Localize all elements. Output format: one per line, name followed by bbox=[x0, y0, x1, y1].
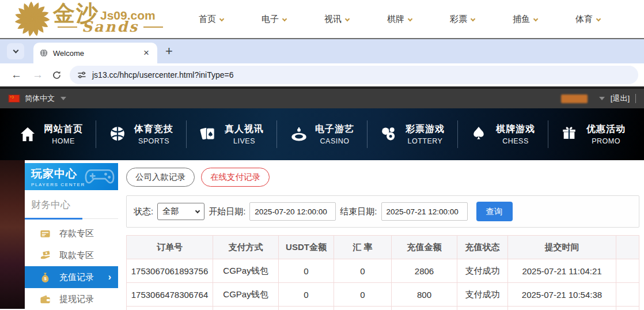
nav-label-en: CASINO bbox=[315, 137, 354, 145]
reload-icon bbox=[52, 70, 62, 80]
username-redacted[interactable] bbox=[561, 94, 588, 103]
col-empty bbox=[616, 236, 639, 259]
sidebar-item-label: 存款专区 bbox=[59, 228, 94, 239]
wallet-icon bbox=[40, 294, 51, 305]
top-site-nav: 首页 电子 视讯 棋牌 彩票 捕鱼 体育 bbox=[199, 14, 600, 25]
language-selector[interactable]: 简体中文 bbox=[25, 93, 55, 104]
cell-empty bbox=[616, 283, 639, 307]
site-nav-home[interactable]: 首页 bbox=[199, 14, 223, 25]
browser-reload-button[interactable] bbox=[52, 70, 62, 80]
tab-title: Welcome bbox=[53, 49, 141, 58]
status-select-value: 全部 bbox=[162, 206, 196, 217]
url-bar[interactable]: js13.cc/hhcp/usercenter.html?iniType=6 bbox=[70, 66, 638, 84]
sidebar-section-finance: 财务中心 bbox=[25, 190, 118, 219]
cell-recharge-amount: 800 bbox=[392, 283, 457, 307]
cell-order-number: 1753066478306764 bbox=[127, 283, 213, 307]
nav-item-lives[interactable]: 真人视讯LIVES bbox=[187, 123, 276, 145]
chevron-down-icon bbox=[282, 16, 287, 21]
spade-icon bbox=[471, 125, 489, 143]
site-nav-live[interactable]: 视讯 bbox=[324, 14, 349, 25]
tab-company-deposit-records[interactable]: 公司入款记录 bbox=[126, 168, 195, 187]
table-row: 1753067061893756 CGPay钱包 0 0 2806 支付成功 2… bbox=[127, 259, 639, 283]
nav-label-en: CHESS bbox=[496, 137, 535, 145]
recharge-records-table: 订单号 支付方式 USDT金额 汇 率 充值金额 充值状态 提交时间 17530… bbox=[126, 235, 639, 310]
logout-link[interactable]: [退出] bbox=[611, 93, 630, 104]
col-usdt-amount: USDT金额 bbox=[279, 236, 334, 259]
filter-bar: 状态: 全部 开始日期: 结束日期: 查询 bbox=[126, 195, 639, 228]
chevron-down-icon bbox=[596, 16, 601, 21]
status-label: 状态: bbox=[134, 206, 153, 217]
deposit-card-icon bbox=[40, 228, 51, 239]
sidebar-item-withdraw[interactable]: 取款专区 bbox=[25, 244, 118, 266]
status-select[interactable]: 全部 bbox=[157, 203, 204, 220]
end-date-input[interactable] bbox=[381, 202, 468, 221]
nav-item-sports[interactable]: 体育竞技SPORTS bbox=[96, 123, 186, 145]
nav-item-lottery[interactable]: 彩票游戏LOTTERY bbox=[368, 123, 457, 145]
record-type-tabs: 公司入款记录 在线支付记录 bbox=[126, 168, 639, 187]
logo-rule-right bbox=[143, 27, 163, 28]
divider bbox=[635, 94, 636, 103]
sun-logo-icon bbox=[15, 2, 50, 36]
nav-item-promo[interactable]: 优惠活动PROMO bbox=[548, 123, 638, 145]
sidebar-menu: 存款专区 取款专区 $ 充值记录 › bbox=[25, 219, 118, 310]
site-header: 金沙 Js09.com Sands 首页 电子 视讯 棋牌 彩票 捕鱼 体育 bbox=[0, 0, 644, 38]
search-button[interactable]: 查询 bbox=[476, 202, 513, 221]
url-text: js13.cc/hhcp/usercenter.html?iniType=6 bbox=[92, 70, 234, 80]
browser-back-button[interactable]: ← bbox=[6, 69, 27, 81]
cell-empty bbox=[616, 259, 639, 283]
site-nav-slots[interactable]: 电子 bbox=[262, 14, 286, 25]
gift-icon bbox=[561, 125, 579, 143]
nav-label-cn: 优惠活动 bbox=[586, 123, 626, 135]
col-submit-time: 提交时间 bbox=[508, 236, 616, 259]
tab-close-icon[interactable]: × bbox=[141, 47, 151, 59]
site-settings-icon bbox=[77, 70, 86, 80]
nav-label-en: SPORTS bbox=[134, 137, 173, 145]
nav-item-chess[interactable]: 棋牌游戏CHESS bbox=[458, 123, 548, 145]
new-tab-button[interactable]: + bbox=[165, 46, 173, 57]
table-row-partial bbox=[127, 307, 639, 310]
sidebar-item-recharge-records[interactable]: $ 充值记录 › bbox=[25, 266, 118, 288]
site-nav-chess[interactable]: 棋牌 bbox=[387, 14, 412, 25]
chevron-down-icon bbox=[60, 97, 66, 100]
browser-tab[interactable]: Welcome × bbox=[33, 43, 157, 63]
site-nav-sports[interactable]: 体育 bbox=[575, 14, 600, 25]
col-recharge-status: 充值状态 bbox=[457, 236, 508, 259]
records-main-area: 公司入款记录 在线支付记录 状态: 全部 开始日期: 结束日期: 查询 bbox=[118, 163, 644, 309]
home-icon bbox=[18, 125, 37, 143]
china-flag-icon bbox=[8, 94, 20, 103]
start-date-input[interactable] bbox=[249, 202, 336, 221]
nav-item-home[interactable]: 网站首页HOME bbox=[6, 123, 96, 145]
tab-search-chevron-button[interactable] bbox=[7, 43, 24, 59]
browser-tab-strip: Welcome × + bbox=[0, 38, 644, 63]
chevron-down-icon bbox=[195, 208, 200, 213]
main-site-nav: 网站首页HOME 体育竞技SPORTS 真人视讯LIVES 电子游艺CASINO… bbox=[0, 108, 644, 160]
chevron-down-icon bbox=[13, 48, 18, 54]
logo-text: 金沙 Js09.com Sands bbox=[53, 3, 163, 35]
nav-item-casino[interactable]: 电子游艺CASINO bbox=[277, 123, 367, 145]
site-nav-lottery[interactable]: 彩票 bbox=[450, 14, 475, 25]
nav-label-en: LOTTERY bbox=[406, 137, 445, 145]
cell-order-number: 1753067061893756 bbox=[127, 259, 213, 283]
cell-submit-time: 2025-07-21 10:54:38 bbox=[508, 283, 616, 307]
sidebar-item-deposit[interactable]: 存款专区 bbox=[25, 222, 118, 244]
globe-icon bbox=[39, 48, 48, 58]
nav-label-cn: 真人视讯 bbox=[225, 123, 264, 135]
chevron-down-icon bbox=[533, 16, 538, 21]
tab-online-payment-records[interactable]: 在线支付记录 bbox=[201, 168, 270, 187]
chevron-down-icon bbox=[471, 16, 475, 21]
chevron-right-icon: › bbox=[108, 272, 111, 282]
sidebar-item-withdrawal-records[interactable]: 提现记录 bbox=[25, 288, 118, 310]
background-image-strip bbox=[0, 160, 25, 309]
cell-usdt-amount: 0 bbox=[279, 283, 334, 307]
col-payment-method: 支付方式 bbox=[213, 236, 279, 259]
site-logo[interactable]: 金沙 Js09.com Sands bbox=[15, 2, 163, 36]
end-date-label: 结束日期: bbox=[340, 206, 377, 217]
browser-forward-button[interactable]: → bbox=[27, 69, 48, 81]
nav-label-cn: 棋牌游戏 bbox=[496, 123, 535, 135]
nav-label-cn: 体育竞技 bbox=[134, 123, 173, 135]
browser-toolbar: ← → js13.cc/hhcp/usercenter.html?iniType… bbox=[0, 63, 644, 88]
site-nav-fishing[interactable]: 捕鱼 bbox=[513, 14, 537, 25]
cell-exchange-rate: 0 bbox=[334, 259, 392, 283]
start-date-label: 开始日期: bbox=[209, 206, 245, 217]
nav-label-en: HOME bbox=[44, 137, 83, 145]
